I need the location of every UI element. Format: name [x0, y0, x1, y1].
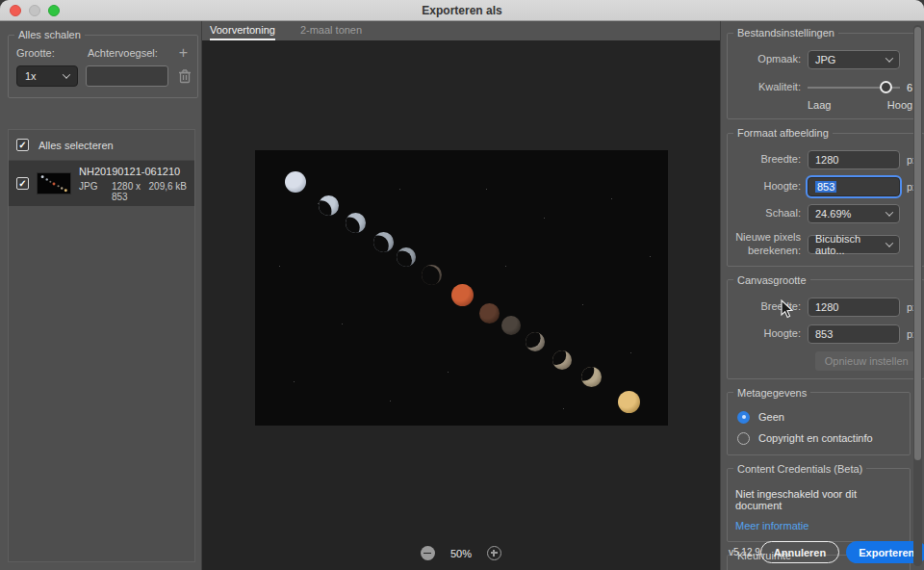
chevron-down-icon: [886, 208, 893, 216]
delete-scale-icon[interactable]: [178, 68, 192, 84]
quality-value: 6: [907, 82, 912, 93]
export-as-dialog: Exporteren als Alles schalen Grootte: Ac…: [0, 0, 924, 570]
moon-phase: [526, 332, 545, 351]
suffix-label: Achtervoegsel:: [88, 47, 175, 59]
dialog-title: Exporteren als: [0, 4, 924, 17]
resample-dropdown[interactable]: Bicubisch auto...: [808, 235, 900, 254]
metadata-option-copyright[interactable]: Copyright en contactinfo: [737, 432, 904, 445]
select-all-row[interactable]: ✓ Alles selecteren: [9, 130, 194, 161]
moon-phase: [422, 265, 442, 285]
suffix-input[interactable]: [86, 65, 168, 87]
quality-label: Kwaliteit:: [733, 81, 801, 94]
file-list: ✓ Alles selecteren ✓: [8, 129, 195, 562]
preview-pane: Voorvertoning 2-maal tonen 50%: [202, 21, 720, 570]
moon-phase: [581, 367, 602, 387]
quality-low-label: Laag: [808, 99, 831, 111]
radio-selected-icon[interactable]: [737, 411, 750, 424]
preview-canvas[interactable]: 50%: [202, 40, 720, 570]
moon-phase: [397, 247, 416, 267]
metadata-group: Metagegevens Geen Copyright en contactin…: [727, 387, 911, 455]
settings-panel: Bestandsinstellingen Opmaak: JPG Kwalite…: [720, 21, 924, 570]
moon-phase: [451, 284, 474, 306]
zoom-controls: 50%: [202, 546, 720, 560]
width-input[interactable]: 1280: [808, 150, 900, 169]
moon-phase: [552, 350, 572, 370]
moon-phase: [501, 316, 521, 335]
moon-phase: [319, 195, 339, 216]
image-size-legend: Formaat afbeelding: [733, 127, 833, 139]
scale-all-group: Alles schalen Grootte: Achtervoegsel: + …: [8, 29, 198, 98]
format-label: Opmaak:: [733, 53, 801, 66]
height-label: Hoogte:: [733, 180, 801, 194]
dialog-footer: v5.12.9 Annuleren Exporteren: [729, 541, 912, 563]
file-thumbnail: [37, 172, 71, 194]
file-dimensions: 1280 x 853: [112, 181, 149, 202]
zoom-in-button[interactable]: [487, 546, 501, 560]
scrollbar-thumb[interactable]: [914, 27, 921, 460]
metadata-option-none[interactable]: Geen: [737, 411, 904, 424]
version-label: v5.12.9: [729, 547, 760, 557]
settings-scrollbar[interactable]: [913, 25, 922, 566]
moon-phase: [618, 391, 640, 413]
slider-handle[interactable]: [880, 81, 892, 93]
width-label: Breedte:: [733, 153, 801, 167]
file-name: NH20190121-061210: [79, 166, 187, 177]
height-selected-text: 853: [815, 181, 836, 193]
canvas-width-input[interactable]: 1280: [808, 298, 900, 317]
quality-slider[interactable]: [808, 81, 900, 94]
content-credentials-legend: Content Credentials (Beta): [733, 463, 866, 475]
left-panel: Alles schalen Grootte: Achtervoegsel: + …: [0, 21, 202, 570]
metadata-legend: Metagegevens: [733, 387, 810, 399]
canvas-size-group: Canvasgrootte Breedte: 1280 px Hoogte: 8…: [727, 274, 924, 379]
scale-all-legend: Alles schalen: [14, 29, 85, 40]
size-label: Grootte:: [16, 47, 88, 59]
preview-tabs: Voorvertoning 2-maal tonen: [202, 21, 720, 40]
cancel-button[interactable]: Annuleren: [760, 541, 839, 563]
format-dropdown[interactable]: JPG: [808, 50, 900, 69]
canvas-height-label: Hoogte:: [733, 327, 801, 341]
zoom-out-button[interactable]: [421, 546, 435, 560]
height-input[interactable]: 853: [808, 177, 900, 196]
file-format: JPG: [79, 181, 112, 202]
scale-dropdown[interactable]: 24.69%: [808, 204, 900, 223]
more-info-link[interactable]: Meer informatie: [735, 520, 808, 531]
moon-phase: [285, 171, 306, 193]
tab-preview[interactable]: Voorvertoning: [210, 24, 275, 40]
image-size-group: Formaat afbeelding Breedte: 1280 px Hoog…: [727, 127, 924, 267]
content-credentials-status: Niet ingeschakeld voor dit document: [735, 488, 904, 511]
select-all-checkbox[interactable]: ✓: [16, 139, 29, 151]
size-select-value: 1x: [25, 70, 37, 82]
file-row[interactable]: ✓ NH20190121-061210 JPG: [9, 161, 194, 206]
radio-unselected-icon[interactable]: [737, 432, 750, 445]
size-select[interactable]: 1x: [16, 65, 78, 87]
file-settings-group: Bestandsinstellingen Opmaak: JPG Kwalite…: [727, 27, 919, 119]
moon-phase: [373, 232, 394, 252]
content-credentials-group: Content Credentials (Beta) Niet ingescha…: [727, 463, 911, 542]
resample-label: Nieuwe pixels berekenen:: [733, 231, 801, 258]
tab-2up[interactable]: 2-maal tonen: [300, 24, 362, 40]
quality-high-label: Hoog: [887, 99, 912, 111]
titlebar: Exporteren als: [0, 0, 924, 21]
moon-phase: [346, 213, 366, 233]
scale-label: Schaal:: [733, 207, 801, 220]
zoom-level: 50%: [450, 548, 472, 559]
format-value: JPG: [815, 54, 835, 65]
file-checkbox[interactable]: ✓: [16, 177, 29, 190]
preview-image: [255, 150, 668, 426]
add-scale-button[interactable]: +: [175, 47, 192, 59]
chevron-down-icon: [886, 54, 893, 62]
file-size: 209,6 kB: [149, 181, 187, 202]
reset-button[interactable]: Opnieuw instellen: [815, 351, 918, 371]
select-all-label: Alles selecteren: [38, 140, 114, 151]
canvas-size-legend: Canvasgrootte: [733, 274, 810, 286]
chevron-down-icon: [886, 239, 893, 246]
file-settings-legend: Bestandsinstellingen: [733, 27, 838, 39]
canvas-height-input[interactable]: 853: [808, 324, 900, 344]
export-button[interactable]: Exporteren: [846, 541, 924, 563]
moon-phase: [479, 303, 500, 324]
chevron-down-icon: [63, 70, 70, 78]
canvas-width-label: Breedte:: [733, 300, 801, 314]
